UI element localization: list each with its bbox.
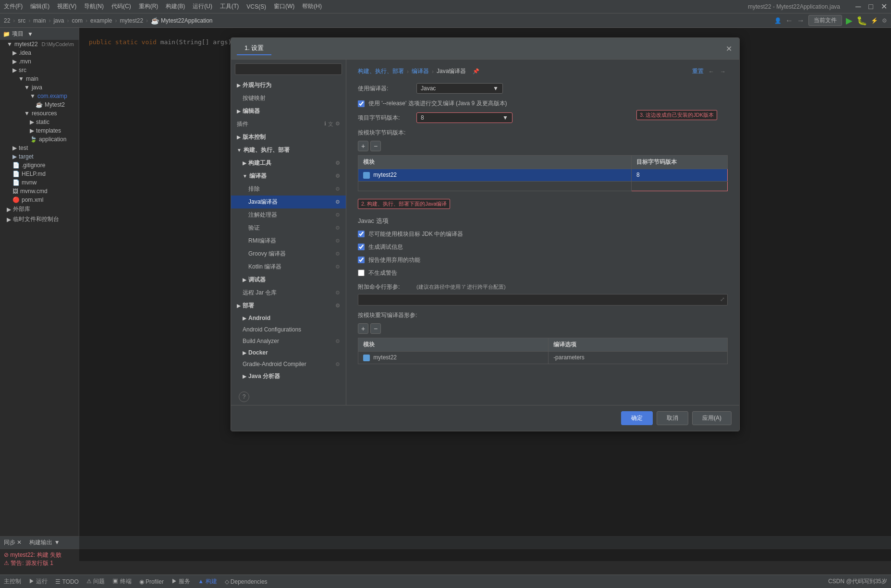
- cancel-btn[interactable]: 取消: [657, 411, 688, 425]
- nav-kotlin[interactable]: Kotlin 编译器 ⚙: [231, 260, 346, 273]
- breadcrumb-main[interactable]: main: [33, 17, 46, 24]
- menu-help[interactable]: 帮助(H): [302, 2, 322, 11]
- settings-icon[interactable]: ⚙: [882, 17, 887, 24]
- profile-btn[interactable]: ⚡: [871, 17, 878, 24]
- status-run[interactable]: ▶ 运行: [29, 577, 48, 586]
- nav-groovy[interactable]: Groovy 编译器 ⚙: [231, 247, 346, 260]
- menu-edit[interactable]: 编辑(E): [30, 2, 49, 11]
- status-todo[interactable]: ☰ TODO: [55, 578, 79, 585]
- bc-compiler[interactable]: 编译器: [412, 67, 429, 75]
- back-icon[interactable]: ←: [785, 16, 793, 25]
- tree-target[interactable]: ▶ target: [0, 152, 79, 161]
- tree-static[interactable]: ▶ static: [0, 118, 79, 126]
- cross-compile-checkbox[interactable]: [358, 100, 365, 107]
- module-version-cell[interactable]: 8: [632, 169, 728, 182]
- tree-pom[interactable]: 🔴 pom.xml: [0, 196, 79, 204]
- table-row[interactable]: mytest22 8: [358, 169, 728, 182]
- nav-debugger[interactable]: ▶ 调试器: [231, 273, 346, 286]
- tree-resources[interactable]: ▼ resources: [0, 109, 79, 118]
- tree-mytest22[interactable]: ▼ mytest22 D:\MyCode\m: [0, 40, 79, 49]
- tree-mvnwcmd[interactable]: 🖼 mvnw.cmd: [0, 187, 79, 196]
- tree-test[interactable]: ▶ test: [0, 144, 79, 152]
- nav-rmi[interactable]: RMI编译器 ⚙: [231, 234, 346, 247]
- nav-vcs[interactable]: ▶ 版本控制: [231, 131, 346, 144]
- menu-vcs[interactable]: VCS(S): [246, 3, 266, 10]
- expand-icon[interactable]: ⤢: [720, 296, 725, 303]
- breadcrumb-example[interactable]: example: [90, 17, 112, 24]
- tree-templates[interactable]: ▶ templates: [0, 126, 79, 135]
- help-circle[interactable]: ?: [239, 392, 249, 402]
- remove-module-btn[interactable]: −: [370, 141, 381, 151]
- add-module-arg-btn[interactable]: +: [358, 323, 368, 334]
- build-sync-tab[interactable]: 同步 ✕: [4, 539, 22, 547]
- current-file-btn[interactable]: 当前文件: [808, 15, 842, 26]
- tree-ext-libs[interactable]: ▶ 外部库: [0, 204, 79, 214]
- build-output-tab[interactable]: 构建输出 ▼: [29, 539, 60, 547]
- nav-compiler[interactable]: ▼ 编译器 ⚙: [231, 170, 346, 183]
- nav-editor[interactable]: ▶ 编辑器: [231, 105, 346, 118]
- tree-help[interactable]: 📄 HELP.md: [0, 170, 79, 178]
- nav-exclude[interactable]: 排除 ⚙: [231, 183, 346, 196]
- menu-nav[interactable]: 导航(N): [84, 2, 104, 11]
- status-terminal[interactable]: ▣ 终端: [112, 577, 131, 586]
- javac-opt1-checkbox[interactable]: [358, 231, 365, 237]
- breadcrumb-com[interactable]: com: [72, 17, 83, 24]
- bytecode-select[interactable]: 8 ▼: [416, 112, 513, 123]
- run-btn[interactable]: ▶: [846, 15, 853, 26]
- status-services[interactable]: ▶ 服务: [171, 577, 190, 586]
- nav-plugins[interactable]: 插件 ℹ 文 ⚙: [231, 118, 346, 131]
- apply-btn[interactable]: 应用(A): [692, 411, 732, 425]
- dialog-tab-settings[interactable]: 1. 设置: [237, 42, 271, 55]
- menu-tools[interactable]: 工具(T): [220, 2, 239, 11]
- tree-scratch[interactable]: ▶ 临时文件和控制台: [0, 214, 79, 224]
- javac-opt3-checkbox[interactable]: [358, 257, 365, 263]
- nav-validation[interactable]: 验证 ⚙: [231, 221, 346, 234]
- status-main[interactable]: 主控制: [4, 577, 21, 586]
- javac-opt4-checkbox[interactable]: [358, 270, 365, 276]
- menu-build[interactable]: 构建(B): [166, 2, 185, 11]
- nav-remote-jar[interactable]: 远程 Jar 仓库 ⚙: [231, 286, 346, 299]
- bc-build[interactable]: 构建、执行、部署: [358, 67, 404, 75]
- menu-view[interactable]: 视图(V): [57, 2, 76, 11]
- project-header[interactable]: 📁 项目 ▼: [0, 28, 79, 40]
- search-input[interactable]: [235, 63, 342, 75]
- tree-mvn[interactable]: ▶ .mvn: [0, 57, 79, 66]
- tree-gitignore[interactable]: 📄 .gitignore: [0, 161, 79, 170]
- nav-appearance[interactable]: ▶ 外观与行为: [231, 79, 346, 92]
- tree-idea[interactable]: ▶ .idea: [0, 49, 79, 57]
- breadcrumb-mytest22[interactable]: mytest22: [120, 17, 143, 24]
- tree-com[interactable]: ▼ com.examp: [0, 92, 79, 100]
- nav-java-profiler[interactable]: ▶ Java 分析器: [231, 370, 346, 383]
- nav-build[interactable]: ▼ 构建、执行、部署: [231, 144, 346, 157]
- javac-opt2-checkbox[interactable]: [358, 244, 365, 250]
- dialog-close-btn[interactable]: ✕: [724, 44, 733, 53]
- nav-keymap[interactable]: 按键映射: [231, 92, 346, 105]
- table-row[interactable]: mytest22 -parameters: [358, 351, 728, 364]
- back-arrow[interactable]: ←: [707, 68, 716, 75]
- remove-module-arg-btn[interactable]: −: [370, 323, 381, 334]
- forward-icon[interactable]: →: [797, 16, 805, 25]
- add-module-btn[interactable]: +: [358, 141, 368, 151]
- reset-btn[interactable]: 重置: [692, 67, 704, 75]
- help-btn[interactable]: ?: [239, 392, 249, 402]
- tree-main[interactable]: ▼ main: [0, 74, 79, 83]
- ok-btn[interactable]: 确定: [621, 411, 653, 425]
- maximize-btn[interactable]: □: [868, 2, 873, 11]
- nav-docker[interactable]: ▶ Docker: [231, 347, 346, 358]
- user-icon[interactable]: 👤: [774, 17, 781, 24]
- nav-annotation[interactable]: 注解处理器 ⚙: [231, 208, 346, 221]
- status-deps[interactable]: ◇ Dependencies: [225, 578, 268, 585]
- nav-deploy[interactable]: ▶ 部署 ⚙: [231, 299, 346, 312]
- tree-mvnw[interactable]: 📄 mvnw: [0, 178, 79, 187]
- compiler-select[interactable]: Javac ▼: [416, 83, 503, 94]
- nav-build-analyzer[interactable]: Build Analyzer ⚙: [231, 335, 346, 347]
- menu-file[interactable]: 文件(F): [4, 2, 23, 11]
- forward-arrow[interactable]: →: [718, 68, 728, 75]
- nav-android-config[interactable]: Android Configurations: [231, 324, 346, 335]
- cmd-args-input[interactable]: [358, 294, 728, 306]
- breadcrumb-22[interactable]: 22: [4, 17, 10, 24]
- nav-gradle-android[interactable]: Gradle-Android Compiler ⚙: [231, 358, 346, 370]
- debug-btn[interactable]: 🐛: [856, 15, 867, 26]
- menu-run[interactable]: 运行(U): [193, 2, 212, 11]
- status-build[interactable]: ▲ 构建: [198, 577, 217, 586]
